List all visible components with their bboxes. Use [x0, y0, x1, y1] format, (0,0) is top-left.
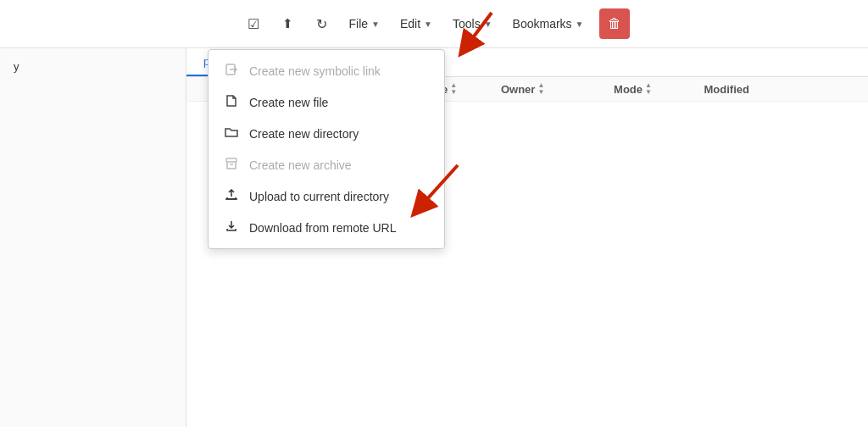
refresh-button[interactable]: ↻	[306, 8, 337, 39]
menu-item-download[interactable]: Download from remote URL	[209, 212, 444, 243]
mode-sort-arrows: ▲▼	[645, 82, 652, 96]
delete-button[interactable]: 🗑	[599, 8, 630, 39]
menu-item-newfile-label: Create new file	[249, 96, 328, 109]
refresh-icon: ↻	[316, 16, 327, 32]
file-menu-button[interactable]: File ▼	[340, 8, 387, 39]
download-icon	[224, 219, 239, 236]
check-button[interactable]: ☑	[238, 8, 269, 39]
check-icon: ☑	[248, 16, 259, 32]
newfile-icon	[224, 94, 239, 110]
col-owner-header[interactable]: Owner ▲▼	[501, 82, 614, 96]
owner-sort-arrows: ▲▼	[537, 82, 544, 96]
menu-item-upload[interactable]: Upload to current directory	[209, 180, 444, 212]
edit-menu-chevron: ▼	[424, 19, 432, 29]
file-menu-chevron: ▼	[371, 19, 380, 29]
tools-menu-chevron: ▼	[484, 19, 492, 29]
tools-menu-button[interactable]: Tools ▼	[444, 8, 501, 39]
share-icon: ⬆︎	[282, 16, 293, 31]
menu-item-archive[interactable]: Create new archive	[209, 149, 444, 180]
sidebar-item-0[interactable]: y	[0, 55, 186, 78]
menu-item-upload-label: Upload to current directory	[249, 190, 389, 203]
sidebar-panel: y	[0, 48, 186, 427]
upload-icon	[224, 188, 239, 204]
bookmarks-menu-button[interactable]: Bookmarks ▼	[504, 8, 593, 39]
col-modified-header[interactable]: Modified	[704, 82, 854, 96]
menu-item-newdir[interactable]: Create new directory	[209, 118, 444, 149]
col-mode-header[interactable]: Mode ▲▼	[614, 82, 704, 96]
svg-rect-3	[226, 158, 236, 162]
menu-item-download-label: Download from remote URL	[249, 221, 397, 235]
share-button[interactable]: ⬆︎	[272, 8, 303, 39]
bookmarks-menu-label: Bookmarks	[513, 17, 572, 30]
menu-item-newfile[interactable]: Create new file	[209, 86, 444, 118]
newdir-icon	[224, 125, 239, 141]
delete-icon: 🗑	[608, 16, 621, 31]
file-menu-label: File	[348, 17, 368, 30]
file-dropdown-menu: Create new symbolic link Create new file…	[208, 49, 445, 249]
menu-item-newdir-label: Create new directory	[249, 127, 359, 141]
menu-item-symlink-label: Create new symbolic link	[249, 64, 381, 78]
menu-item-symlink[interactable]: Create new symbolic link	[209, 55, 444, 86]
symlink-icon	[224, 63, 239, 79]
bookmarks-menu-chevron: ▼	[576, 19, 584, 29]
edit-menu-button[interactable]: Edit ▼	[392, 8, 441, 39]
toolbar: ☑ ⬆︎ ↻ File ▼ Edit ▼ Tools ▼ Bookmarks ▼…	[0, 0, 868, 48]
archive-icon	[224, 157, 239, 173]
tools-menu-label: Tools	[453, 17, 481, 30]
edit-menu-label: Edit	[400, 17, 420, 30]
size-sort-arrows: ▲▼	[450, 82, 457, 96]
menu-item-archive-label: Create new archive	[249, 158, 352, 172]
